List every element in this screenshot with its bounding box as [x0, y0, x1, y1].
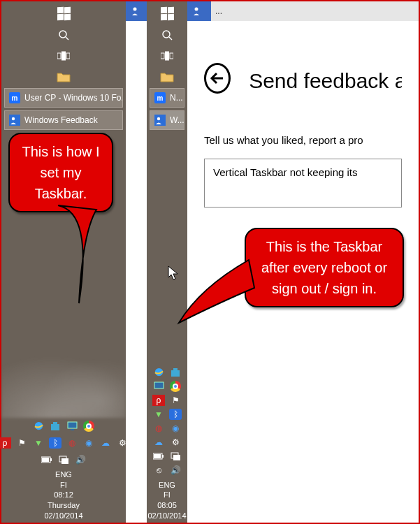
- svg-line-1: [66, 37, 68, 40]
- network-status-icon[interactable]: [169, 451, 182, 462]
- window-titlebar[interactable]: ...: [211, 1, 419, 21]
- bluetooth-icon[interactable]: ᛒ: [169, 409, 182, 420]
- callout-text: This is how I set my Taskbar.: [22, 144, 99, 201]
- svg-rect-25: [173, 368, 178, 370]
- clock-time: 08:05: [147, 500, 186, 511]
- monitor-icon[interactable]: [152, 381, 165, 392]
- feedback-textarea[interactable]: Vertical Taskbar not keeping its: [204, 159, 402, 208]
- task-label: User CP - Windows 10 Fo...: [24, 93, 123, 103]
- shield-icon[interactable]: ▼: [152, 409, 165, 420]
- antivirus-icon[interactable]: ◍: [152, 423, 165, 434]
- feedback-icon: [154, 115, 166, 126]
- search-icon[interactable]: [160, 28, 174, 42]
- battery-icon[interactable]: [152, 451, 165, 462]
- titlebar-people[interactable]: [187, 1, 211, 21]
- flag-icon[interactable]: ⚑: [169, 395, 182, 406]
- start-button[interactable]: [56, 6, 71, 21]
- svg-rect-31: [173, 455, 180, 460]
- svg-point-17: [163, 31, 170, 38]
- task-view-icon[interactable]: [57, 49, 71, 63]
- clock-date: 02/10/2014: [147, 511, 186, 521]
- cloud-icon[interactable]: ☁: [99, 437, 112, 449]
- start-button[interactable]: [159, 6, 175, 21]
- svg-rect-13: [42, 458, 49, 462]
- svg-rect-10: [71, 429, 74, 430]
- task-label: W...: [170, 115, 184, 125]
- svg-rect-3: [62, 52, 66, 60]
- taskbar-pinned-area: [147, 1, 187, 84]
- tray-app-icon[interactable]: ρ: [152, 395, 165, 406]
- battery-icon[interactable]: [41, 454, 53, 465]
- taskbar-task-windows-feedback[interactable]: W...: [150, 110, 184, 130]
- volume-icon[interactable]: 🔊: [74, 454, 87, 465]
- clock-day: Thursday: [44, 500, 82, 511]
- annotation-callout-left: This is how I set my Taskbar.: [8, 133, 113, 212]
- globe-icon[interactable]: ◉: [169, 423, 182, 434]
- feedback-heading: Send feedback abo: [249, 69, 402, 93]
- svg-rect-26: [154, 382, 164, 388]
- svg-rect-28: [162, 455, 164, 458]
- svg-rect-8: [53, 422, 57, 424]
- headset-icon[interactable]: ⎋: [152, 465, 165, 476]
- svg-rect-2: [57, 53, 61, 59]
- antivirus-icon[interactable]: ◍: [66, 437, 78, 449]
- window-title: ...: [215, 6, 222, 16]
- flag-icon[interactable]: ⚑: [15, 437, 28, 449]
- window-sliver-left: [126, 1, 147, 523]
- ie-icon[interactable]: [152, 367, 165, 378]
- chrome-icon[interactable]: [82, 421, 95, 432]
- monitor-icon[interactable]: [66, 421, 78, 432]
- taskbar-clock[interactable]: ENG FI 08:05 02/10/2014: [147, 479, 186, 523]
- clock-lang: ENG: [44, 470, 82, 480]
- callout-tail-right: [179, 260, 263, 344]
- bluetooth-icon[interactable]: ᛒ: [49, 437, 61, 449]
- callout-text: This is the Taskbar after every reboot o…: [261, 239, 387, 296]
- svg-rect-15: [61, 458, 68, 464]
- svg-point-22: [157, 117, 160, 120]
- clock-date: 02/10/2014: [44, 511, 82, 521]
- globe-icon[interactable]: ◉: [82, 437, 95, 449]
- back-button[interactable]: [204, 63, 231, 94]
- task-view-icon[interactable]: [160, 49, 174, 63]
- people-icon: [191, 5, 204, 17]
- maxthon-icon: m: [154, 92, 166, 103]
- feedback-text-value: Vertical Taskbar not keeping its: [213, 166, 358, 178]
- svg-rect-19: [161, 53, 164, 59]
- system-tray: ρ ⚑ ▼ ᛒ ◍ ◉ ☁ ⚙ 🔊 ENG FI 08:12 Thursday …: [1, 418, 126, 523]
- svg-rect-4: [66, 53, 70, 59]
- clock-time: 08:12: [44, 490, 82, 500]
- svg-point-5: [12, 117, 15, 120]
- mouse-cursor-icon: [168, 265, 179, 281]
- network-status-icon[interactable]: [57, 454, 70, 465]
- task-label: N...: [170, 93, 183, 103]
- titlebar-people[interactable]: [126, 1, 147, 21]
- feedback-icon: [9, 115, 20, 126]
- chrome-icon[interactable]: [169, 381, 182, 392]
- task-label: Windows Feedback: [24, 115, 98, 125]
- taskbar-task-windows-feedback[interactable]: Windows Feedback: [4, 110, 123, 130]
- system-tray: ρ ⚑ ▼ ᛒ ◍ ◉ ☁ ⚙ ⎋ 🔊 ENG FI 08:05 02/10/2…: [147, 364, 187, 523]
- store-icon[interactable]: [169, 367, 182, 378]
- taskbar-task-maxthon[interactable]: m N...: [150, 88, 184, 108]
- tray-app-icon[interactable]: ρ: [0, 437, 11, 449]
- svg-point-0: [59, 31, 66, 38]
- people-icon: [130, 5, 143, 17]
- clock-region: FI: [147, 490, 186, 500]
- svg-rect-20: [166, 52, 169, 60]
- store-icon[interactable]: [49, 421, 61, 432]
- svg-rect-29: [154, 454, 161, 458]
- svg-rect-12: [50, 458, 52, 461]
- ie-icon[interactable]: [32, 421, 45, 432]
- taskbar-clock[interactable]: ENG FI 08:12 Thursday 02/10/2014: [44, 468, 82, 523]
- taskbar-pinned-area: [1, 1, 126, 84]
- network-icon[interactable]: ⚙: [169, 437, 182, 448]
- feedback-body: Send feedback abo Tell us what you liked…: [187, 21, 419, 208]
- cloud-icon[interactable]: ☁: [152, 437, 165, 448]
- clock-lang: ENG: [147, 480, 186, 490]
- search-icon[interactable]: [57, 28, 71, 42]
- volume-icon[interactable]: 🔊: [169, 465, 182, 476]
- explorer-icon[interactable]: [57, 70, 71, 84]
- taskbar-task-maxthon[interactable]: m User CP - Windows 10 Fo...: [4, 88, 123, 108]
- explorer-icon[interactable]: [160, 70, 174, 84]
- shield-icon[interactable]: ▼: [32, 437, 45, 449]
